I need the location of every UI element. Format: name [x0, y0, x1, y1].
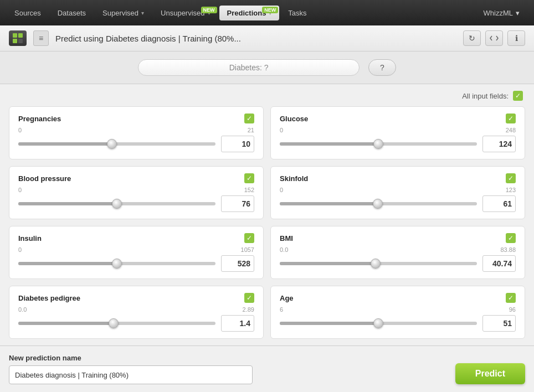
- field-card-diabetes-pedigree: Diabetes pedigree✓0.02.89: [9, 286, 264, 339]
- field-range-skinfold: 0123: [280, 187, 516, 193]
- svg-rect-2: [13, 39, 17, 43]
- slider-thumb-diabetes-pedigree[interactable]: [109, 318, 119, 328]
- field-value-input-glucose[interactable]: [482, 136, 516, 152]
- field-check-age[interactable]: ✓: [506, 293, 516, 303]
- all-input-check[interactable]: ✓: [513, 91, 523, 101]
- field-value-input-bmi[interactable]: [482, 255, 516, 272]
- info-button[interactable]: ℹ: [507, 30, 525, 46]
- field-check-diabetes-pedigree[interactable]: ✓: [244, 293, 254, 303]
- slider-thumb-glucose[interactable]: [373, 139, 383, 149]
- nav-arrow-supervised: ▾: [141, 10, 144, 16]
- field-card-insulin: Insulin✓01057: [9, 226, 264, 279]
- prediction-label: Diabetes: ?: [138, 59, 360, 76]
- nav-item-datasets[interactable]: Datasets: [50, 6, 94, 20]
- field-card-pregnancies: Pregnancies✓021: [9, 106, 264, 159]
- field-check-skinfold[interactable]: ✓: [506, 173, 516, 183]
- slider-track-diabetes-pedigree[interactable]: [18, 322, 215, 325]
- field-name-diabetes-pedigree: Diabetes pedigree: [18, 294, 80, 302]
- field-min-skinfold: 0: [280, 187, 283, 193]
- field-max-skinfold: 123: [506, 187, 516, 193]
- field-max-diabetes-pedigree: 2.89: [243, 306, 254, 313]
- nav-item-unsupervised[interactable]: Unsupervised▾NEW: [153, 6, 218, 20]
- field-value-input-insulin[interactable]: [221, 255, 254, 272]
- slider-row-glucose: [280, 136, 516, 152]
- navbar: SourcesDatasetsSupervised▾Unsupervised▾N…: [0, 0, 534, 25]
- field-header-bmi: BMI✓: [280, 233, 516, 243]
- refresh-button[interactable]: ↻: [463, 30, 481, 46]
- predict-button[interactable]: Predict: [455, 363, 525, 384]
- field-card-blood-pressure: Blood pressure✓0152: [9, 166, 264, 219]
- slider-track-blood-pressure[interactable]: [18, 202, 215, 205]
- field-min-age: 6: [280, 306, 283, 313]
- slider-track-glucose[interactable]: [280, 142, 477, 146]
- prediction-name-input[interactable]: [9, 365, 253, 384]
- field-range-pregnancies: 021: [18, 127, 254, 133]
- field-min-diabetes-pedigree: 0.0: [18, 306, 27, 313]
- slider-row-blood-pressure: [18, 195, 254, 212]
- field-range-age: 696: [280, 306, 516, 313]
- field-card-skinfold: Skinfold✓0123: [270, 166, 525, 219]
- slider-fill-insulin: [18, 262, 117, 265]
- field-value-input-age[interactable]: [482, 315, 516, 332]
- field-value-input-skinfold[interactable]: [482, 195, 516, 212]
- slider-track-pregnancies[interactable]: [18, 142, 215, 146]
- field-header-glucose: Glucose✓: [280, 114, 516, 123]
- nav-item-tasks[interactable]: Tasks: [280, 6, 314, 20]
- field-header-age: Age✓: [280, 293, 516, 303]
- slider-track-bmi[interactable]: [280, 262, 477, 265]
- field-value-input-diabetes-pedigree[interactable]: [221, 315, 254, 332]
- field-card-bmi: BMI✓0.083.88: [270, 226, 525, 279]
- slider-thumb-insulin[interactable]: [112, 259, 122, 269]
- field-check-pregnancies[interactable]: ✓: [244, 114, 254, 123]
- field-range-blood-pressure: 0152: [18, 187, 254, 193]
- field-name-pregnancies: Pregnancies: [18, 115, 61, 123]
- slider-thumb-age[interactable]: [373, 318, 383, 328]
- field-check-glucose[interactable]: ✓: [506, 114, 516, 123]
- field-range-diabetes-pedigree: 0.02.89: [18, 306, 254, 313]
- slider-thumb-skinfold[interactable]: [373, 199, 383, 209]
- field-min-blood-pressure: 0: [18, 187, 22, 193]
- field-max-insulin: 1057: [241, 246, 254, 253]
- field-check-bmi[interactable]: ✓: [506, 233, 516, 243]
- brand-label: WhizzML: [484, 9, 513, 17]
- field-header-pregnancies: Pregnancies✓: [18, 114, 254, 123]
- nav-item-predictions[interactable]: Predictions▾NEW: [219, 6, 280, 20]
- field-header-diabetes-pedigree: Diabetes pedigree✓: [18, 293, 254, 303]
- field-header-blood-pressure: Blood pressure✓: [18, 173, 254, 183]
- slider-row-skinfold: [280, 195, 516, 212]
- field-header-insulin: Insulin✓: [18, 233, 254, 243]
- svg-rect-3: [18, 39, 23, 43]
- fields-grid: Pregnancies✓021Glucose✓0248Blood pressur…: [9, 106, 525, 339]
- field-check-blood-pressure[interactable]: ✓: [244, 173, 254, 183]
- title-actions: ↻ ℹ: [463, 30, 525, 46]
- slider-thumb-bmi[interactable]: [371, 259, 381, 269]
- slider-row-insulin: [18, 255, 254, 272]
- nav-item-sources[interactable]: Sources: [7, 6, 49, 20]
- field-max-glucose: 248: [506, 127, 516, 133]
- page-title: Predict using Diabetes diagnosis | Train…: [55, 34, 456, 43]
- field-name-blood-pressure: Blood pressure: [18, 174, 71, 183]
- slider-track-age[interactable]: [280, 322, 477, 325]
- field-range-insulin: 01057: [18, 246, 254, 253]
- field-max-pregnancies: 21: [248, 127, 254, 133]
- slider-row-pregnancies: [18, 136, 254, 152]
- prediction-value-button[interactable]: ?: [368, 59, 396, 76]
- slider-fill-blood-pressure: [18, 202, 117, 205]
- slider-fill-bmi: [280, 262, 376, 265]
- field-name-age: Age: [280, 294, 294, 302]
- field-card-glucose: Glucose✓0248: [270, 106, 525, 159]
- field-name-insulin: Insulin: [18, 234, 42, 243]
- title-bar: ≡ Predict using Diabetes diagnosis | Tra…: [0, 25, 534, 51]
- brand-menu[interactable]: WhizzML ▾: [476, 6, 527, 20]
- field-value-input-pregnancies[interactable]: [221, 136, 254, 152]
- code-button[interactable]: [485, 30, 503, 46]
- field-range-bmi: 0.083.88: [280, 246, 516, 253]
- field-value-input-blood-pressure[interactable]: [221, 195, 254, 212]
- nav-item-supervised[interactable]: Supervised▾: [95, 6, 152, 20]
- field-name-bmi: BMI: [280, 234, 293, 243]
- slider-thumb-blood-pressure[interactable]: [112, 199, 122, 209]
- slider-track-skinfold[interactable]: [280, 202, 477, 205]
- slider-track-insulin[interactable]: [18, 262, 215, 265]
- field-check-insulin[interactable]: ✓: [244, 233, 254, 243]
- slider-thumb-pregnancies[interactable]: [107, 139, 117, 149]
